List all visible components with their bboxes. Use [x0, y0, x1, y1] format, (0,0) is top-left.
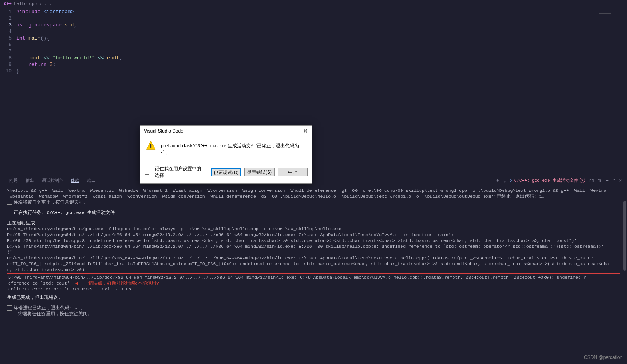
breadcrumb-more[interactable]: ... [44, 2, 52, 6]
namespace-keyword: namespace [35, 22, 62, 28]
code-editor[interactable]: 12345678910 #include <iostream> using na… [0, 8, 627, 74]
cpp-file-icon: C++ [4, 2, 12, 6]
block-icon [7, 305, 12, 311]
tab-ports[interactable]: 端口 [83, 176, 100, 185]
using-keyword: using [16, 22, 31, 28]
watermark: CSDN @percation [584, 355, 622, 360]
svg-rect-1 [150, 147, 151, 148]
new-terminal-icon[interactable]: ＋ [496, 178, 500, 183]
line-gutter: 12345678910 [0, 9, 16, 74]
chevron-down-icon[interactable]: ⌄ [504, 178, 506, 183]
maximize-icon[interactable]: ⌃ [613, 178, 615, 183]
terminal-output[interactable]: \hello.o && g++ -Wall -Wextra -Wpedantic… [0, 185, 627, 364]
panel-actions: ＋ ⌄ ▷ C/C++: gcc.exe 生成活动文件 ✕ ▯▯ 🗑 ⋯ ⌃ ✕ [496, 178, 622, 183]
more-icon[interactable]: ⋯ [606, 178, 609, 183]
svg-rect-0 [150, 144, 151, 147]
split-terminal-icon[interactable]: ▯▯ [589, 178, 594, 183]
arrow-icon: ◀━━ [75, 280, 83, 286]
dialog-title-text: Visual Studio Code [144, 128, 183, 134]
block-icon [7, 200, 12, 205]
std-namespace: std [65, 22, 74, 28]
breadcrumb: C++ hello.cpp › ... [0, 0, 627, 8]
close-icon[interactable]: ✕ [303, 128, 308, 134]
dialog-titlebar: Visual Studio Code ✕ [140, 126, 312, 136]
warning-icon [145, 140, 156, 152]
highlighted-error-box: D:/05_ThirdParty/mingw64/bin/../lib/gcc/… [7, 273, 620, 293]
include-keyword: #include [16, 9, 40, 15]
error-icon: ✕ [580, 178, 585, 183]
trash-icon[interactable]: 🗑 [598, 178, 602, 183]
block-icon [7, 210, 12, 215]
main-fn: main [28, 35, 40, 41]
panel-tabs: 问题 输出 调试控制台 终端 端口 ＋ ⌄ ▷ C/C++: gcc.exe 生… [0, 175, 627, 185]
dialog-message: preLaunchTask"C/C++: gcc.exe 生成活动文件"已终止，… [161, 140, 306, 156]
terminal-scrollbar[interactable] [622, 185, 627, 364]
breadcrumb-sep: › [39, 2, 42, 6]
int-keyword: int [16, 35, 25, 41]
include-target: <iostream> [40, 9, 74, 15]
tab-output[interactable]: 输出 [22, 176, 38, 185]
task-status[interactable]: ▷ C/C++: gcc.exe 生成活动文件 ✕ [510, 178, 585, 183]
code-content[interactable]: #include <iostream> using namespace std;… [16, 9, 627, 74]
scrollbar-thumb[interactable] [623, 201, 626, 271]
remember-checkbox[interactable] [145, 170, 149, 175]
tab-problems[interactable]: 问题 [5, 176, 22, 185]
minimap[interactable] [598, 10, 625, 33]
tab-terminal[interactable]: 终端 [67, 176, 83, 185]
breadcrumb-file[interactable]: hello.cpp [14, 2, 37, 6]
error-annotation: 错误点，好像只能用纯c不能混用? [88, 281, 159, 286]
tab-debug-console[interactable]: 调试控制台 [38, 176, 67, 185]
close-panel-icon[interactable]: ✕ [619, 178, 622, 183]
